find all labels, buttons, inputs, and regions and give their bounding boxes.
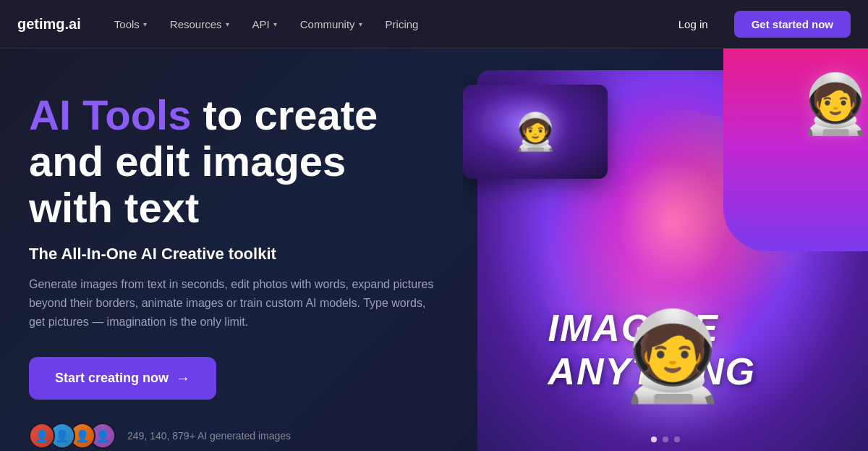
chevron-down-icon: ▾ [359,20,362,28]
thumbnail-small: 🧑‍🚀 [463,85,608,179]
nav-api-label: API [252,18,270,30]
nav-item-tools[interactable]: Tools ▾ [104,12,157,36]
hero-title-highlight: AI Tools [29,91,191,138]
thumbnail-bg: 🧑‍🚀 [463,85,608,179]
nav-item-api[interactable]: API ▾ [242,12,287,36]
nav-resources-label: Resources [170,18,222,30]
top-right-astronaut-icon: 🧑‍🚀 [799,70,868,138]
hero-images: 🧑‍🚀 🧑‍🚀 IMAGINE ANYTHING 🧑‍🚀 [463,49,868,451]
nav-item-community[interactable]: Community ▾ [290,12,373,36]
avatar-stack: 👤 👤 👤 👤 [29,423,110,449]
hero-title: AI Tools to create and edit images with … [29,92,434,230]
cta-button[interactable]: Start creating now → [29,357,216,400]
chevron-down-icon: ▾ [226,20,229,28]
social-proof: 👤 👤 👤 👤 249, 140, 879+ AI generated imag… [29,423,434,449]
nav-item-resources[interactable]: Resources ▾ [160,12,239,36]
cta-label: Start creating now [55,371,169,386]
carousel-dots [651,437,680,442]
arrow-icon: → [176,370,190,387]
login-button[interactable]: Log in [664,11,723,38]
get-started-button[interactable]: Get started now [734,11,851,38]
main-astronaut-icon: 🧑‍🚀 [618,305,727,408]
avatar: 👤 [29,423,55,449]
hero-section: AI Tools to create and edit images with … [0,49,868,451]
hero-content: AI Tools to create and edit images with … [0,49,463,451]
nav-pricing-label: Pricing [386,18,419,30]
social-proof-text: 249, 140, 879+ AI generated images [127,430,291,442]
nav-actions: Log in Get started now [664,11,851,38]
chevron-down-icon: ▾ [273,20,277,28]
nav-links: Tools ▾ Resources ▾ API ▾ Community ▾ Pr… [104,12,664,36]
nav-tools-label: Tools [114,18,140,30]
carousel-dot-2[interactable] [663,437,668,442]
carousel-dot-3[interactable] [674,437,680,442]
nav-community-label: Community [300,18,355,30]
chevron-down-icon: ▾ [143,20,147,28]
floating-astronaut-icon: 🧑‍🚀 [513,111,558,153]
hero-subtitle: The All-In-One AI Creative toolkit [29,245,434,264]
navbar: getimg.ai Tools ▾ Resources ▾ API ▾ Comm… [0,0,868,49]
nav-item-pricing[interactable]: Pricing [375,12,429,36]
logo[interactable]: getimg.ai [17,16,81,33]
hero-description: Generate images from text in seconds, ed… [29,275,434,331]
carousel-dot-1[interactable] [651,437,657,442]
